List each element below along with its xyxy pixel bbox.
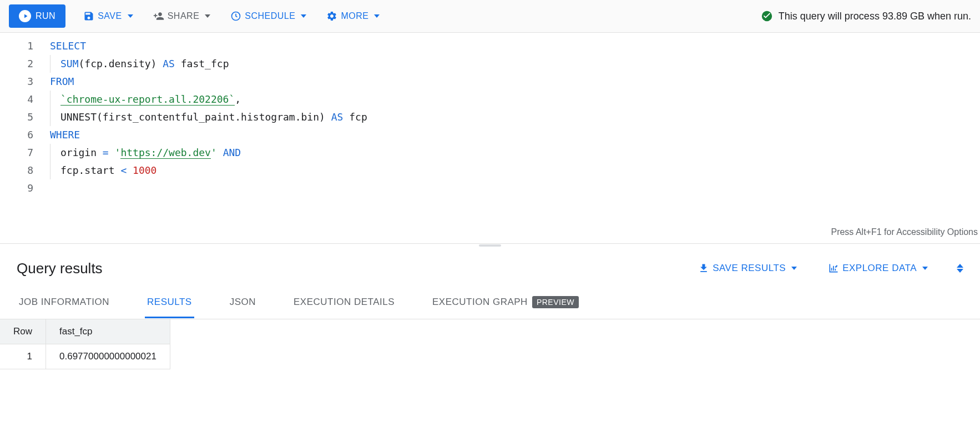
save-results-label: SAVE RESULTS: [713, 263, 786, 274]
download-icon: [698, 263, 709, 274]
cell-row-num: 1: [0, 344, 46, 369]
save-icon: [83, 11, 94, 22]
tab-json[interactable]: JSON: [228, 288, 258, 318]
preview-badge: PREVIEW: [532, 296, 579, 308]
chevron-down-icon: [922, 267, 928, 270]
schedule-label: SCHEDULE: [245, 11, 295, 21]
schedule-button[interactable]: SCHEDULE: [228, 6, 309, 26]
tab-job-information[interactable]: JOB INFORMATION: [17, 288, 112, 318]
explore-data-button[interactable]: EXPLORE DATA: [826, 258, 930, 278]
status-text: This query will process 93.89 GB when ru…: [779, 11, 971, 22]
toolbar: RUN SAVE SHARE SCHEDULE MORE This query …: [0, 0, 980, 33]
col-fast-fcp: fast_fcp: [46, 319, 170, 344]
more-button[interactable]: MORE: [324, 6, 382, 26]
table-header-row: Row fast_fcp: [0, 319, 170, 344]
save-button[interactable]: SAVE: [81, 6, 135, 26]
sql-editor[interactable]: 1 2 3 4 5 6 7 8 9 SELECT SUM(fcp.density…: [0, 33, 980, 244]
chevron-down-icon: [374, 14, 380, 18]
chevron-down-icon: [791, 267, 797, 270]
share-label: SHARE: [168, 11, 200, 21]
play-icon: [19, 10, 31, 22]
chevron-down-icon: [301, 14, 306, 18]
share-icon: [153, 11, 164, 22]
chevron-down-icon: [128, 14, 133, 18]
results-table: Row fast_fcp 1 0.69770000000000021: [0, 319, 170, 369]
results-tabs: JOB INFORMATION RESULTS JSON EXECUTION D…: [0, 287, 980, 319]
expand-collapse-icon[interactable]: [957, 264, 963, 273]
more-label: MORE: [341, 11, 368, 21]
save-label: SAVE: [98, 11, 122, 21]
check-circle-icon: [761, 10, 773, 22]
gear-icon: [326, 11, 337, 22]
chart-icon: [828, 263, 839, 274]
explore-data-label: EXPLORE DATA: [842, 263, 917, 274]
run-label: RUN: [36, 11, 55, 21]
run-button[interactable]: RUN: [9, 4, 65, 28]
cell-fast-fcp: 0.69770000000000021: [46, 344, 170, 369]
col-row: Row: [0, 319, 46, 344]
results-title: Query results: [17, 260, 103, 277]
chevron-down-icon: [205, 14, 210, 18]
tab-results[interactable]: RESULTS: [145, 288, 194, 318]
query-status: This query will process 93.89 GB when ru…: [761, 10, 971, 22]
tab-execution-graph[interactable]: EXECUTION GRAPH PREVIEW: [430, 287, 581, 319]
table-row[interactable]: 1 0.69770000000000021: [0, 344, 170, 369]
line-gutter: 1 2 3 4 5 6 7 8 9: [0, 33, 39, 243]
accessibility-hint: Press Alt+F1 for Accessibility Options: [831, 223, 978, 241]
share-button[interactable]: SHARE: [151, 6, 213, 26]
results-header: Query results SAVE RESULTS EXPLORE DATA: [0, 247, 980, 287]
clock-icon: [230, 11, 241, 22]
tab-execution-details[interactable]: EXECUTION DETAILS: [291, 288, 397, 318]
save-results-button[interactable]: SAVE RESULTS: [696, 258, 799, 278]
code-area[interactable]: SELECT SUM(fcp.density) AS fast_fcp FROM…: [39, 33, 980, 243]
